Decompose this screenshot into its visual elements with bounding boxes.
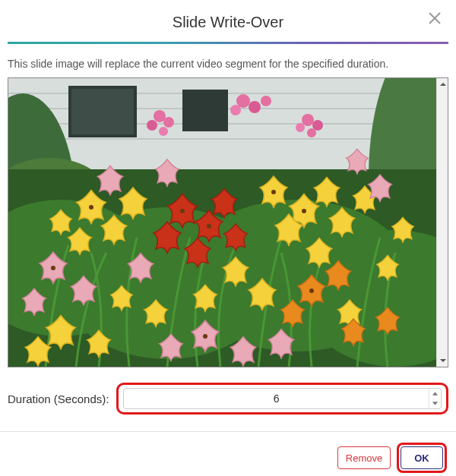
image-scrollbar[interactable] bbox=[436, 78, 448, 367]
svg-point-33 bbox=[271, 190, 276, 194]
svg-point-16 bbox=[159, 127, 168, 136]
duration-decrement-button[interactable] bbox=[429, 399, 441, 408]
dialog-title: Slide Write-Over bbox=[0, 14, 456, 31]
svg-point-23 bbox=[296, 123, 305, 132]
svg-point-21 bbox=[302, 114, 314, 126]
ok-highlight: OK bbox=[397, 443, 447, 473]
svg-point-24 bbox=[307, 128, 316, 137]
svg-point-34 bbox=[302, 209, 306, 213]
svg-point-15 bbox=[147, 120, 157, 131]
duration-increment-button[interactable] bbox=[429, 389, 441, 399]
slide-image-frame bbox=[8, 77, 448, 367]
duration-label: Duration (Seconds): bbox=[8, 392, 109, 405]
svg-point-30 bbox=[180, 209, 185, 213]
svg-point-31 bbox=[207, 224, 211, 229]
svg-point-36 bbox=[309, 288, 314, 293]
chevron-down-icon bbox=[440, 358, 446, 364]
duration-highlight: 6 bbox=[116, 383, 448, 415]
svg-rect-8 bbox=[71, 89, 134, 134]
close-button[interactable] bbox=[426, 9, 444, 27]
svg-point-20 bbox=[261, 96, 271, 106]
remove-button[interactable]: Remove bbox=[337, 446, 391, 469]
svg-rect-9 bbox=[182, 90, 228, 131]
svg-point-37 bbox=[203, 334, 207, 339]
ok-button[interactable]: OK bbox=[401, 446, 443, 469]
chevron-up-icon bbox=[440, 81, 446, 87]
scroll-up-button[interactable] bbox=[437, 78, 448, 90]
svg-point-32 bbox=[89, 205, 93, 210]
dialog-footer: Remove OK bbox=[0, 432, 456, 473]
slide-image bbox=[8, 78, 436, 367]
svg-point-18 bbox=[249, 101, 261, 113]
chevron-down-icon bbox=[432, 402, 438, 405]
duration-stepper[interactable]: 6 bbox=[123, 388, 442, 409]
svg-point-14 bbox=[163, 117, 174, 128]
gradient-divider bbox=[8, 42, 448, 44]
svg-point-35 bbox=[51, 266, 55, 270]
duration-value[interactable]: 6 bbox=[124, 392, 429, 405]
svg-point-19 bbox=[230, 105, 241, 115]
chevron-up-icon bbox=[432, 392, 438, 396]
dialog-description: This slide image will replace the curren… bbox=[0, 58, 456, 77]
scroll-down-button[interactable] bbox=[437, 355, 448, 367]
close-icon bbox=[428, 11, 442, 25]
